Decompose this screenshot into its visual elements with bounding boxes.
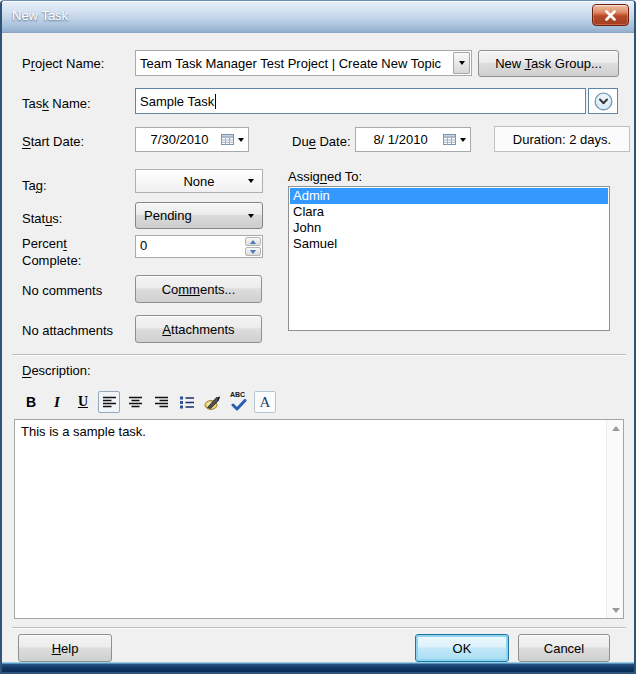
start-date-value: 7/30/2010 [136, 132, 221, 147]
dropdown-arrow-icon [459, 61, 465, 65]
tag-value: None [183, 174, 214, 189]
titlebar[interactable]: New Task [2, 1, 634, 33]
no-comments-text: No comments [22, 283, 102, 298]
text-caret [215, 94, 216, 109]
footer-divider [12, 627, 626, 629]
spellcheck-icon: ABC [229, 392, 249, 412]
italic-icon: I [54, 394, 60, 411]
due-date-picker[interactable]: 8/ 1/2010 [355, 127, 471, 152]
ok-button[interactable]: OK [415, 634, 509, 662]
cancel-button[interactable]: Cancel [518, 634, 610, 662]
scroll-down-icon [612, 608, 620, 613]
comments-button[interactable]: Comments... [135, 275, 262, 303]
scroll-up-icon [612, 426, 620, 431]
align-right-button[interactable] [150, 391, 172, 413]
formatting-toolbar: B I U [20, 389, 280, 415]
dropdown-arrow-icon [238, 138, 244, 142]
due-date-label: Due Date: [292, 134, 351, 149]
spellcheck-button[interactable]: ABC [228, 391, 250, 413]
task-name-value: Sample Task [136, 94, 214, 109]
help-button[interactable]: Help [18, 634, 112, 662]
underline-button[interactable]: U [72, 391, 94, 413]
percent-complete-spinner[interactable]: 0 [135, 235, 263, 258]
percent-complete-value: 0 [140, 238, 147, 253]
assigned-to-label: Assigned To: [288, 169, 362, 184]
align-left-button[interactable] [98, 391, 120, 413]
bold-icon: B [26, 394, 36, 410]
due-date-value: 8/ 1/2010 [356, 132, 443, 147]
new-task-group-button[interactable]: New Task Group... [478, 50, 619, 77]
spinner-up-button[interactable] [245, 237, 261, 246]
list-item-clara[interactable]: Clara [290, 204, 608, 220]
project-name-value: Team Task Manager Test Project | Create … [136, 56, 441, 71]
bullet-list-icon [179, 395, 195, 409]
close-icon [604, 10, 617, 21]
description-editor: This is a sample task. [14, 419, 624, 619]
description-scrollbar[interactable] [606, 420, 623, 618]
italic-button[interactable]: I [46, 391, 68, 413]
duration-display: Duration: 2 days. [494, 126, 630, 152]
window-title: New Task [12, 8, 68, 23]
bullet-list-button[interactable] [176, 391, 198, 413]
percent-complete-label-line1: Percent [22, 236, 67, 251]
tag-combobox[interactable]: None [135, 169, 263, 193]
task-name-input[interactable]: Sample Task [135, 88, 586, 114]
task-name-label: Task Name: [22, 96, 91, 111]
attachments-button[interactable]: Attachments [135, 315, 262, 343]
align-center-button[interactable] [124, 391, 146, 413]
list-item-admin[interactable]: Admin [290, 188, 608, 204]
new-task-group-label: New Task Group... [495, 56, 602, 71]
description-label: Description: [22, 363, 91, 378]
font-button[interactable]: A [254, 391, 276, 413]
project-name-dropdown-button[interactable] [453, 52, 470, 74]
window-bottom-frame [2, 662, 634, 672]
spinner-down-icon [250, 250, 256, 254]
status-combobox[interactable]: Pending [135, 202, 263, 229]
assigned-to-listbox[interactable]: Admin Clara John Samuel [288, 186, 610, 331]
bold-button[interactable]: B [20, 391, 42, 413]
status-label: Status: [22, 211, 62, 226]
percent-complete-label-line2: Complete: [22, 253, 81, 268]
section-divider [12, 354, 626, 356]
status-value: Pending [136, 208, 192, 223]
dropdown-arrow-icon [248, 214, 254, 218]
project-name-combobox[interactable]: Team Task Manager Test Project | Create … [135, 50, 472, 76]
chevron-down-circle-icon [594, 92, 613, 111]
calendar-icon [443, 133, 457, 146]
spinner-up-icon [250, 240, 256, 244]
pen-button[interactable] [202, 391, 224, 413]
close-button[interactable] [592, 4, 629, 26]
align-right-icon [154, 396, 169, 409]
pen-icon [204, 394, 222, 410]
help-label: Help [52, 641, 79, 656]
ok-label: OK [453, 641, 472, 656]
new-task-dialog: New Task Project Name: Team Task Manager… [0, 0, 636, 674]
cancel-label: Cancel [544, 641, 584, 656]
duration-value: Duration: 2 days. [513, 132, 611, 147]
align-left-icon [102, 396, 117, 409]
list-item-john[interactable]: John [290, 220, 608, 236]
dropdown-arrow-icon [248, 179, 254, 183]
no-attachments-text: No attachments [22, 323, 113, 338]
underline-icon: U [78, 394, 88, 410]
font-icon: A [260, 394, 271, 411]
task-name-expand-button[interactable] [588, 88, 618, 114]
attachments-label: Attachments [162, 322, 234, 337]
align-center-icon [128, 396, 143, 409]
list-item-samuel[interactable]: Samuel [290, 236, 608, 252]
project-name-label: Project Name: [22, 56, 104, 71]
scroll-up-button[interactable] [607, 420, 624, 436]
start-date-label: Start Date: [22, 134, 84, 149]
comments-label: Comments... [162, 282, 236, 297]
scroll-down-button[interactable] [607, 602, 624, 618]
spinner-down-button[interactable] [245, 247, 261, 256]
start-date-picker[interactable]: 7/30/2010 [135, 127, 249, 152]
tag-label: Tag: [22, 178, 47, 193]
dropdown-arrow-icon [460, 138, 466, 142]
calendar-icon [221, 133, 235, 146]
description-text[interactable]: This is a sample task. [15, 420, 605, 618]
